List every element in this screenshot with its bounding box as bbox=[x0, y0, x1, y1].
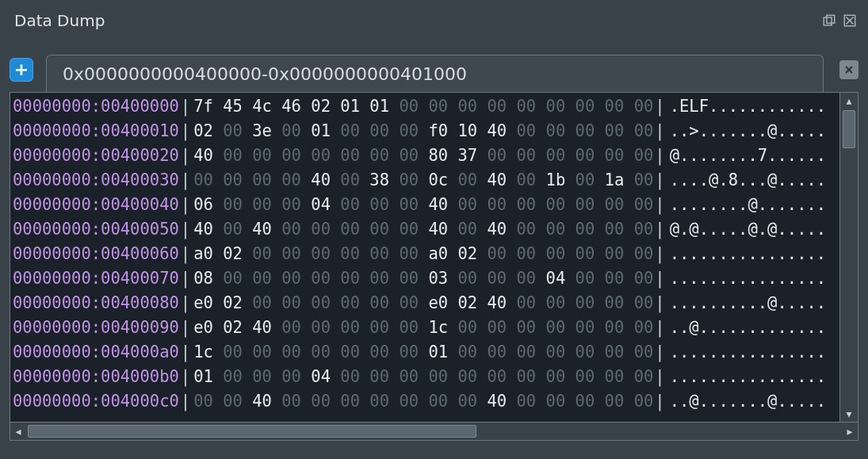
hex-body[interactable]: 00000000:00400000|7f 45 4c 46 02 01 01 0… bbox=[10, 93, 839, 422]
hex-bytes: 00 00 40 00 00 00 00 00 00 00 40 00 00 0… bbox=[192, 389, 653, 414]
column-separator: | bbox=[179, 143, 192, 168]
hex-view: 00000000:00400000|7f 45 4c 46 02 01 01 0… bbox=[10, 92, 858, 441]
ascii-column: ..@.......@..... bbox=[667, 389, 827, 414]
column-separator: | bbox=[653, 193, 666, 217]
vertical-scrollbar[interactable]: ▴ ▾ bbox=[839, 93, 858, 422]
column-separator: | bbox=[179, 389, 192, 414]
hex-bytes: 06 00 00 00 04 00 00 00 40 00 00 00 00 0… bbox=[192, 193, 653, 217]
hex-bytes: 7f 45 4c 46 02 01 01 00 00 00 00 00 00 0… bbox=[192, 94, 653, 119]
column-separator: | bbox=[653, 217, 666, 242]
column-separator: | bbox=[653, 94, 666, 119]
detach-icon[interactable] bbox=[822, 13, 836, 28]
column-separator: | bbox=[179, 119, 192, 143]
ascii-column: ........@....... bbox=[667, 193, 827, 217]
titlebar: Data Dump bbox=[10, 0, 858, 40]
ascii-column: ................ bbox=[667, 365, 827, 389]
hex-row: 00000000:00400040|06 00 00 00 04 00 00 0… bbox=[13, 193, 837, 217]
address: 00000000:00400070 bbox=[13, 266, 179, 291]
hex-row: 00000000:00400020|40 00 00 00 00 00 00 0… bbox=[13, 143, 837, 168]
svg-rect-0 bbox=[824, 17, 832, 25]
hex-row: 00000000:004000b0|01 00 00 00 04 00 00 0… bbox=[13, 365, 837, 389]
hex-bytes: e0 02 40 00 00 00 00 00 1c 00 00 00 00 0… bbox=[192, 316, 653, 340]
address: 00000000:00400040 bbox=[13, 193, 179, 217]
hex-bytes: 40 00 00 00 00 00 00 00 80 37 00 00 00 0… bbox=[192, 143, 653, 168]
column-separator: | bbox=[653, 143, 666, 168]
column-separator: | bbox=[179, 193, 192, 217]
column-separator: | bbox=[179, 316, 192, 340]
column-separator: | bbox=[653, 340, 666, 365]
column-separator: | bbox=[179, 168, 192, 193]
hex-row: 00000000:00400030|00 00 00 00 40 00 38 0… bbox=[13, 168, 837, 193]
column-separator: | bbox=[653, 365, 666, 389]
address: 00000000:004000b0 bbox=[13, 365, 179, 389]
plus-icon: + bbox=[14, 61, 29, 78]
address: 00000000:00400060 bbox=[13, 242, 179, 266]
tab-label: 0x0000000000400000-0x0000000000401000 bbox=[63, 64, 467, 84]
ascii-column: ..@............. bbox=[667, 316, 827, 340]
address: 00000000:00400020 bbox=[13, 143, 179, 168]
hex-row: 00000000:00400050|40 00 40 00 00 00 00 0… bbox=[13, 217, 837, 242]
tab-close-button[interactable] bbox=[839, 60, 858, 79]
hex-row: 00000000:004000a0|1c 00 00 00 00 00 00 0… bbox=[13, 340, 837, 365]
hex-bytes: e0 02 00 00 00 00 00 00 e0 02 40 00 00 0… bbox=[192, 291, 653, 316]
hex-bytes: 1c 00 00 00 00 00 00 00 01 00 00 00 00 0… bbox=[192, 340, 653, 365]
hex-bytes: 02 00 3e 00 01 00 00 00 f0 10 40 00 00 0… bbox=[192, 119, 653, 143]
ascii-column: ................ bbox=[667, 266, 827, 291]
column-separator: | bbox=[653, 266, 666, 291]
horizontal-scrollbar[interactable]: ◂ ▸ bbox=[10, 422, 858, 440]
column-separator: | bbox=[179, 291, 192, 316]
address: 00000000:004000a0 bbox=[13, 340, 179, 365]
ascii-column: @........7...... bbox=[667, 143, 827, 168]
hex-bytes: 01 00 00 00 04 00 00 00 00 00 00 00 00 0… bbox=[192, 365, 653, 389]
close-icon bbox=[843, 64, 855, 75]
vertical-scroll-thumb[interactable] bbox=[843, 110, 855, 148]
hex-row: 00000000:00400010|02 00 3e 00 01 00 00 0… bbox=[13, 119, 837, 143]
tab-memory-region[interactable]: 0x0000000000400000-0x0000000000401000 bbox=[46, 55, 824, 92]
hex-bytes: a0 02 00 00 00 00 00 00 a0 02 00 00 00 0… bbox=[192, 242, 653, 266]
tab-bar: + 0x0000000000400000-0x0000000000401000 bbox=[10, 40, 858, 92]
ascii-column: .ELF............ bbox=[667, 94, 827, 119]
panel-title: Data Dump bbox=[14, 11, 822, 30]
column-separator: | bbox=[653, 242, 666, 266]
column-separator: | bbox=[179, 217, 192, 242]
hex-bytes: 00 00 00 00 40 00 38 00 0c 00 40 00 1b 0… bbox=[192, 168, 653, 193]
hex-bytes: 08 00 00 00 00 00 00 00 03 00 00 00 04 0… bbox=[192, 266, 653, 291]
ascii-column: ..........@..... bbox=[667, 291, 827, 316]
address: 00000000:00400010 bbox=[13, 119, 179, 143]
ascii-column: ....@.8...@..... bbox=[667, 168, 827, 193]
close-panel-icon[interactable] bbox=[843, 13, 857, 28]
column-separator: | bbox=[179, 242, 192, 266]
column-separator: | bbox=[179, 365, 192, 389]
column-separator: | bbox=[653, 168, 666, 193]
hex-row: 00000000:00400080|e0 02 00 00 00 00 00 0… bbox=[13, 291, 837, 316]
hex-row: 00000000:00400090|e0 02 40 00 00 00 00 0… bbox=[13, 316, 837, 340]
column-separator: | bbox=[179, 266, 192, 291]
hex-row: 00000000:00400070|08 00 00 00 00 00 00 0… bbox=[13, 266, 837, 291]
column-separator: | bbox=[179, 94, 192, 119]
scroll-down-arrow-icon[interactable]: ▾ bbox=[840, 406, 858, 422]
ascii-column: ..>.......@..... bbox=[667, 119, 827, 143]
column-separator: | bbox=[653, 119, 666, 143]
scroll-up-arrow-icon[interactable]: ▴ bbox=[840, 93, 858, 109]
scroll-right-arrow-icon[interactable]: ▸ bbox=[842, 423, 858, 440]
column-separator: | bbox=[653, 291, 666, 316]
ascii-column: @.@.....@.@..... bbox=[667, 217, 827, 242]
address: 00000000:00400090 bbox=[13, 316, 179, 340]
data-dump-panel: Data Dump + 0x0000000000400000-0x0000000… bbox=[0, 0, 868, 459]
address: 00000000:00400000 bbox=[13, 94, 179, 119]
hex-row: 00000000:004000c0|00 00 40 00 00 00 00 0… bbox=[13, 389, 837, 414]
add-tab-button[interactable]: + bbox=[10, 58, 33, 82]
scroll-left-arrow-icon[interactable]: ◂ bbox=[10, 423, 26, 440]
svg-rect-1 bbox=[827, 15, 835, 23]
ascii-column: ................ bbox=[667, 242, 827, 266]
hex-bytes: 40 00 40 00 00 00 00 00 40 00 40 00 00 0… bbox=[192, 217, 653, 242]
hex-row: 00000000:00400000|7f 45 4c 46 02 01 01 0… bbox=[13, 94, 837, 119]
horizontal-scroll-thumb[interactable] bbox=[28, 425, 476, 438]
address: 00000000:00400080 bbox=[13, 291, 179, 316]
column-separator: | bbox=[653, 389, 666, 414]
hex-row: 00000000:00400060|a0 02 00 00 00 00 00 0… bbox=[13, 242, 837, 266]
address: 00000000:00400050 bbox=[13, 217, 179, 242]
ascii-column: ................ bbox=[667, 340, 827, 365]
column-separator: | bbox=[179, 340, 192, 365]
address: 00000000:00400030 bbox=[13, 168, 179, 193]
